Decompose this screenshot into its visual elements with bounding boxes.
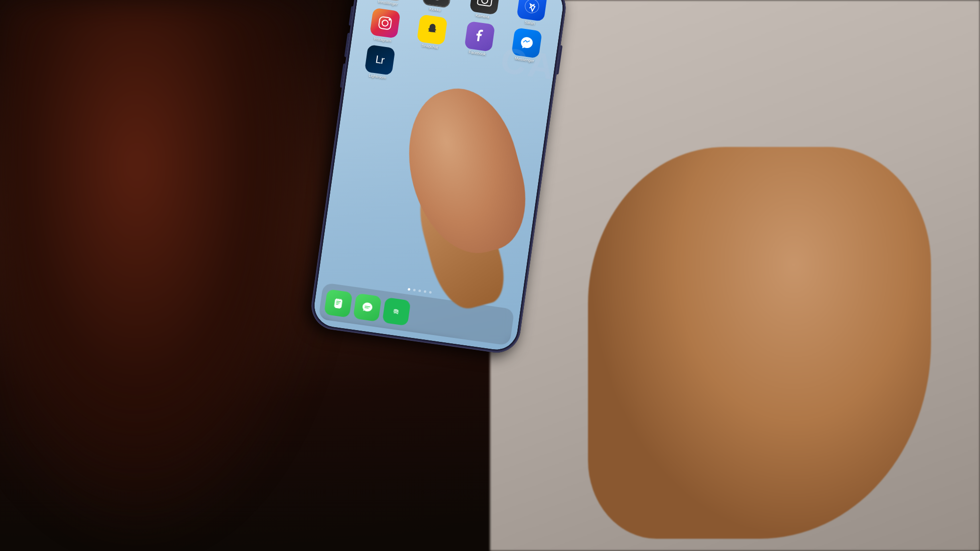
svg-point-1 (430, 0, 445, 0)
app-messenger[interactable]: Messenger (502, 26, 550, 66)
snapchat-label: Snapchat (421, 44, 439, 50)
app-facebook[interactable]: Facebook (455, 20, 503, 59)
lightroom-label: Lightroom (368, 73, 386, 80)
facebook-label: Facebook (468, 50, 486, 57)
camera-icon (469, 0, 500, 15)
page-dots (408, 288, 432, 294)
page-dot-1 (408, 288, 411, 291)
svg-point-10 (382, 20, 389, 26)
safari-label: Safari (524, 21, 535, 26)
messenger-icon (512, 27, 542, 58)
hand (588, 147, 931, 539)
safari-icon (516, 0, 547, 22)
svg-point-6 (481, 0, 488, 4)
person-silhouette (0, 0, 343, 551)
app-lightroom[interactable]: Lr Lightroom (355, 43, 403, 82)
instagram-label: Instagram (374, 37, 392, 44)
facebook-icon (464, 21, 495, 51)
clock-label: Klokke (429, 7, 441, 13)
settings-label: Innstillinger (378, 0, 398, 7)
dock-messages[interactable] (353, 293, 382, 322)
page-dot-3 (418, 289, 421, 292)
app-instagram[interactable]: Instagram (361, 6, 409, 46)
dock-spotify[interactable] (382, 297, 411, 326)
snapchat-icon (417, 14, 448, 45)
instagram-icon (369, 7, 400, 38)
app-snapchat[interactable]: Snapchat (408, 13, 456, 52)
camera-label: Kamera (475, 14, 490, 20)
clock-icon (422, 0, 453, 8)
dock-phone[interactable] (324, 289, 353, 318)
messenger-label: Messenger (514, 57, 534, 64)
app-clock[interactable]: Klokke (413, 0, 461, 15)
svg-rect-9 (378, 16, 392, 29)
page-dot-4 (424, 290, 427, 293)
lightroom-icon: Lr (365, 44, 395, 75)
page-dot-2 (413, 288, 416, 291)
page-dot-5 (429, 291, 432, 294)
app-safari[interactable]: Safari (508, 0, 556, 28)
app-camera[interactable]: Kamera (460, 0, 508, 22)
